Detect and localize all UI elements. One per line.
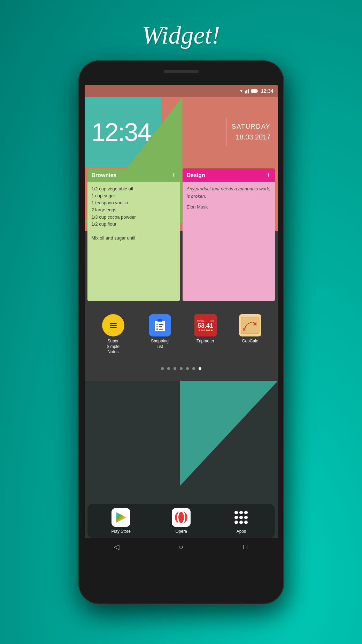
- note-title-brownies: Brownies: [92, 172, 117, 179]
- app-icon-super-simple-notes[interactable]: Super Simple Notes: [101, 314, 125, 355]
- wifi-icon: ▼: [239, 89, 244, 93]
- tripmeter-dots: [199, 329, 213, 331]
- svg-rect-6: [110, 323, 117, 324]
- note-add-brownies[interactable]: +: [171, 171, 176, 179]
- svg-rect-7: [110, 325, 117, 326]
- svg-rect-3: [251, 89, 257, 93]
- signal-icon: [245, 89, 250, 93]
- page-dot-7[interactable]: [199, 367, 201, 370]
- clock-time: 12:34: [92, 118, 221, 146]
- svg-rect-18: [159, 329, 163, 330]
- svg-point-37: [239, 521, 243, 524]
- status-time: 12:34: [261, 88, 274, 94]
- clock-date-area: SATURDAY 18.03.2017: [232, 123, 270, 141]
- nav-back-button[interactable]: ◁: [110, 540, 124, 554]
- svg-marker-0: [245, 91, 246, 93]
- sl-label: Shopping List: [148, 339, 172, 349]
- svg-point-30: [234, 511, 238, 514]
- ssn-label: Super Simple Notes: [101, 339, 125, 355]
- note-quote-design: Any product that needs a manual to work,…: [187, 185, 271, 200]
- apps-label: Apps: [237, 529, 246, 534]
- tm-icon: Partial km 53.41: [194, 314, 217, 336]
- svg-point-33: [234, 516, 238, 519]
- svg-point-31: [239, 511, 243, 514]
- svg-marker-2: [248, 89, 249, 93]
- svg-rect-8: [110, 327, 117, 328]
- page-dot-4[interactable]: [180, 367, 183, 370]
- svg-point-34: [239, 516, 243, 519]
- gc-label: GeoCalc: [242, 339, 258, 344]
- page-title: Widget!: [142, 21, 220, 50]
- svg-rect-4: [257, 90, 258, 92]
- svg-rect-15: [156, 326, 158, 327]
- note-card-design[interactable]: Design + Any product that needs a manual…: [183, 168, 275, 301]
- dock-icon-play-store[interactable]: Play Store: [111, 508, 131, 534]
- page-dot-3[interactable]: [174, 367, 176, 370]
- ssn-icon: [102, 314, 124, 336]
- phone-device: ▼ 12:34 12:34 SATURDAY 1: [78, 60, 284, 604]
- gc-icon: [239, 314, 261, 336]
- dock-icon-opera[interactable]: Opera: [172, 508, 191, 534]
- note-body-brownies: 1/2 cup vegetable oil 1 cup sugar 1 teas…: [87, 182, 180, 301]
- page-dot-6[interactable]: [192, 367, 195, 370]
- svg-rect-17: [156, 328, 158, 330]
- svg-point-36: [234, 521, 238, 524]
- nav-recent-button[interactable]: □: [238, 540, 252, 554]
- tripmeter-value: 53.41: [198, 322, 213, 329]
- svg-marker-1: [246, 90, 247, 93]
- clock-day: SATURDAY: [232, 123, 270, 130]
- svg-point-32: [244, 511, 248, 514]
- svg-rect-13: [156, 324, 158, 325]
- svg-rect-12: [157, 319, 162, 321]
- svg-point-35: [244, 516, 248, 519]
- tripmeter-display: Partial km 53.41: [194, 314, 217, 336]
- note-header-design: Design +: [183, 168, 275, 182]
- op-label: Opera: [175, 529, 187, 534]
- note-card-brownies[interactable]: Brownies + 1/2 cup vegetable oil 1 cup s…: [87, 168, 180, 301]
- page-dot-5[interactable]: [186, 367, 189, 370]
- page-dot-2[interactable]: [167, 367, 170, 370]
- ps-icon: [111, 508, 130, 527]
- status-icons: ▼ 12:34: [239, 88, 274, 94]
- page-dot-1[interactable]: [161, 367, 164, 370]
- page-dots: [85, 367, 278, 370]
- app-icon-geocalc[interactable]: GeoCalc: [239, 314, 261, 355]
- dock-icon-apps[interactable]: Apps: [232, 508, 251, 534]
- ps-label: Play Store: [111, 529, 131, 534]
- note-add-design[interactable]: +: [267, 171, 271, 179]
- app-icon-shopping-list[interactable]: Shopping List: [148, 314, 172, 355]
- op-icon: [172, 508, 191, 527]
- nav-home-button[interactable]: ○: [174, 540, 188, 554]
- svg-rect-16: [159, 326, 162, 327]
- tripmeter-top: Partial km: [196, 320, 215, 322]
- svg-rect-14: [159, 324, 163, 325]
- note-header-brownies: Brownies +: [87, 168, 180, 182]
- status-bar: ▼ 12:34: [85, 85, 278, 97]
- tm-label: Tripmeter: [197, 339, 214, 344]
- svg-point-38: [244, 521, 248, 524]
- note-body-design: Any product that needs a manual to work,…: [183, 182, 275, 301]
- svg-point-28: [175, 511, 187, 524]
- nav-bar: ◁ ○ □: [85, 538, 278, 555]
- sl-icon: [149, 314, 171, 336]
- clock-divider: [226, 118, 226, 146]
- battery-icon: [251, 89, 258, 93]
- note-text-brownies: 1/2 cup vegetable oil 1 cup sugar 1 teas…: [92, 185, 176, 242]
- app-icon-tripmeter[interactable]: Partial km 53.41: [194, 314, 217, 355]
- note-author-design: Elon Musk: [187, 204, 271, 211]
- svg-rect-20: [241, 317, 259, 334]
- app-icons-row: Super Simple Notes: [85, 311, 278, 358]
- clock-widget: 12:34 SATURDAY 18.03.2017: [85, 97, 278, 167]
- dock: Play Store Opera: [87, 504, 275, 538]
- phone-screen: ▼ 12:34 12:34 SATURDAY 1: [85, 85, 278, 555]
- clock-date: 18.03.2017: [232, 133, 270, 141]
- apps-icon: [232, 508, 251, 527]
- phone-speaker: [164, 70, 199, 73]
- notes-area: Brownies + 1/2 cup vegetable oil 1 cup s…: [87, 168, 275, 301]
- note-title-design: Design: [187, 172, 205, 179]
